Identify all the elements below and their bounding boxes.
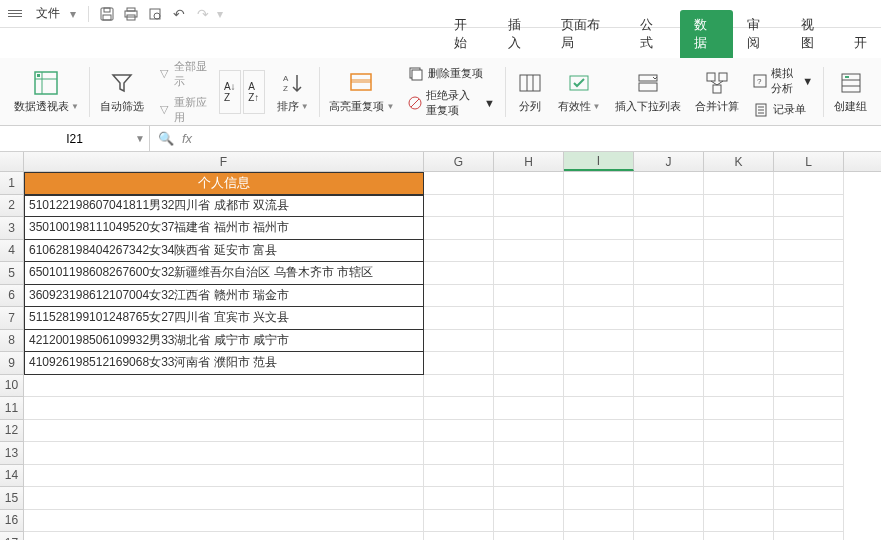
cell[interactable] [494, 285, 564, 308]
cell[interactable] [634, 532, 704, 540]
cell[interactable] [494, 375, 564, 398]
cell[interactable] [424, 465, 494, 488]
file-menu[interactable]: 文件 [30, 3, 66, 24]
cell[interactable] [774, 510, 844, 533]
cell[interactable] [634, 352, 704, 375]
whatif-button[interactable]: ?模拟分析▼ [751, 64, 816, 98]
print-icon[interactable] [121, 4, 141, 24]
cell[interactable] [494, 240, 564, 263]
sort-desc-button[interactable]: AZ↑ [243, 70, 265, 114]
cell[interactable] [634, 285, 704, 308]
cell[interactable] [494, 330, 564, 353]
cell[interactable] [704, 330, 774, 353]
cell[interactable] [704, 465, 774, 488]
cell[interactable] [424, 352, 494, 375]
cell[interactable] [704, 352, 774, 375]
insert-dropdown-button[interactable]: 插入下拉列表 [609, 58, 687, 125]
cell[interactable] [774, 330, 844, 353]
cell[interactable] [494, 465, 564, 488]
cell[interactable] [704, 375, 774, 398]
row-header[interactable]: 8 [0, 330, 24, 353]
tab-review[interactable]: 审阅 [733, 10, 787, 58]
cell[interactable] [494, 352, 564, 375]
sort-asc-button[interactable]: A↓Z [219, 70, 241, 114]
cell[interactable] [494, 510, 564, 533]
row-header[interactable]: 10 [0, 375, 24, 398]
cell[interactable] [564, 217, 634, 240]
cell[interactable] [24, 397, 424, 420]
row-header[interactable]: 17 [0, 532, 24, 540]
cell[interactable] [494, 487, 564, 510]
cell[interactable]: 350100198111049520女37福建省 福州市 福州市 [24, 217, 424, 240]
cell[interactable] [424, 487, 494, 510]
cell[interactable] [424, 217, 494, 240]
row-header[interactable]: 13 [0, 442, 24, 465]
cell[interactable] [494, 172, 564, 195]
validity-button[interactable]: 有效性▼ [552, 58, 607, 125]
cell[interactable]: 510122198607041811男32四川省 成都市 双流县 [24, 195, 424, 218]
cell[interactable] [24, 532, 424, 540]
cell[interactable] [494, 307, 564, 330]
cell[interactable] [634, 442, 704, 465]
cell[interactable] [704, 397, 774, 420]
cell[interactable] [424, 330, 494, 353]
cell[interactable] [564, 465, 634, 488]
row-header[interactable]: 6 [0, 285, 24, 308]
cell[interactable] [774, 465, 844, 488]
cell[interactable] [494, 262, 564, 285]
row-header[interactable]: 15 [0, 487, 24, 510]
cell[interactable] [564, 240, 634, 263]
tab-formula[interactable]: 公式 [626, 10, 680, 58]
tab-insert[interactable]: 插入 [494, 10, 548, 58]
reapply-button[interactable]: ▽重新应用 [156, 93, 209, 127]
cell[interactable] [424, 307, 494, 330]
cell[interactable] [634, 195, 704, 218]
cell[interactable] [424, 195, 494, 218]
cell[interactable]: 410926198512169068女33河南省 濮阳市 范县 [24, 352, 424, 375]
cell[interactable] [24, 420, 424, 443]
tab-home[interactable]: 开始 [440, 10, 494, 58]
chevron-down-icon[interactable]: ▾ [70, 7, 80, 21]
tab-view[interactable]: 视图 [787, 10, 841, 58]
cell[interactable] [564, 397, 634, 420]
cell[interactable] [564, 510, 634, 533]
cell[interactable] [634, 420, 704, 443]
cell[interactable] [774, 532, 844, 540]
form-button[interactable]: 记录单 [751, 100, 816, 120]
split-button[interactable]: 分列 [510, 58, 550, 125]
cell[interactable]: 360923198612107004女32江西省 赣州市 瑞金市 [24, 285, 424, 308]
cell[interactable] [774, 397, 844, 420]
cell[interactable] [24, 510, 424, 533]
autofilter-button[interactable]: 自动筛选 [94, 58, 150, 125]
cell[interactable]: 个人信息 [24, 172, 424, 195]
cell[interactable] [494, 532, 564, 540]
cell[interactable]: 650101198608267600女32新疆维吾尔自治区 乌鲁木齐市 市辖区 [24, 262, 424, 285]
cell[interactable] [704, 420, 774, 443]
cell[interactable] [564, 172, 634, 195]
cell[interactable] [424, 510, 494, 533]
cell[interactable] [424, 420, 494, 443]
cell[interactable] [564, 330, 634, 353]
row-header[interactable]: 5 [0, 262, 24, 285]
row-header[interactable]: 12 [0, 420, 24, 443]
col-header-I[interactable]: I [564, 152, 634, 171]
cell[interactable] [774, 195, 844, 218]
cell[interactable] [774, 442, 844, 465]
name-box[interactable]: ▼ [0, 126, 150, 151]
cell[interactable] [24, 487, 424, 510]
cell[interactable] [704, 285, 774, 308]
cell[interactable] [424, 397, 494, 420]
search-icon[interactable]: 🔍 [158, 131, 174, 146]
cell[interactable] [704, 172, 774, 195]
cell[interactable] [634, 465, 704, 488]
chevron-down-icon[interactable]: ▾ [217, 7, 227, 21]
cell[interactable] [704, 487, 774, 510]
cell[interactable] [634, 397, 704, 420]
cell[interactable] [564, 285, 634, 308]
row-header[interactable]: 1 [0, 172, 24, 195]
cell[interactable] [774, 285, 844, 308]
cell[interactable] [564, 532, 634, 540]
cell[interactable] [704, 217, 774, 240]
col-header-G[interactable]: G [424, 152, 494, 171]
cell[interactable] [774, 240, 844, 263]
